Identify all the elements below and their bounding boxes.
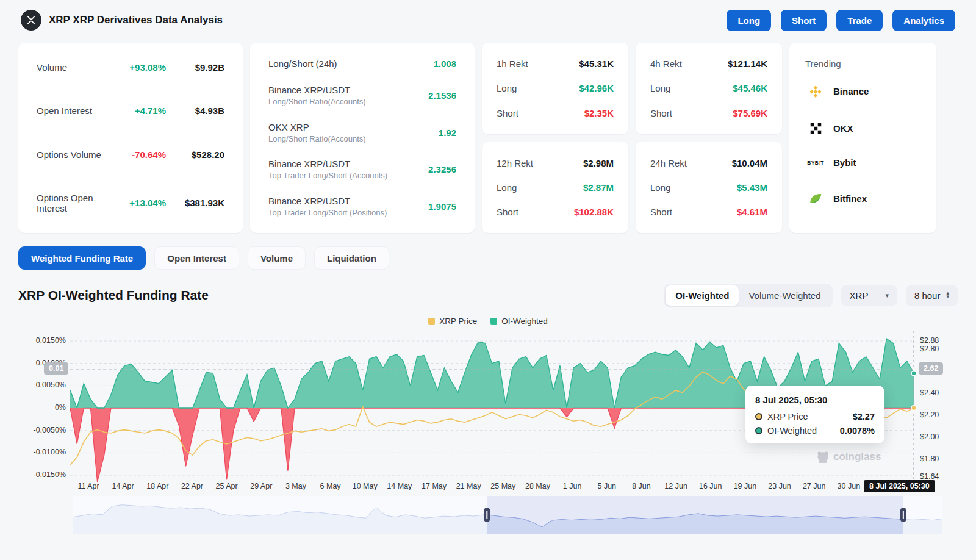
volume-stats-card: Volume+93.08%$9.92BOpen Interest+4.71%$4… <box>18 43 243 233</box>
tooltip-series-dot <box>755 413 762 420</box>
funding-marker-badge: 0.01 <box>44 362 68 375</box>
rekt-short-value: $102.88K <box>574 207 614 217</box>
stat-change: +93.08% <box>112 62 166 73</box>
x-axis-label: 25 Apr <box>216 482 238 490</box>
price-current-dot <box>911 406 916 411</box>
rekt-total-value: $2.98M <box>583 158 614 168</box>
page: XRP XRP Derivatives Data Analysis LongSh… <box>0 0 976 560</box>
x-axis-label: 1 Jun <box>563 482 582 490</box>
stat-value: $381.93K <box>166 198 224 208</box>
y-axis-left-label: -0.0050% <box>23 426 66 434</box>
x-axis-label: 29 Apr <box>250 482 272 490</box>
ratio-labels: Binance XRP/USDTTop Trader Long/Short (P… <box>268 196 428 217</box>
y-axis-right-label: $2.40 <box>920 389 939 397</box>
ratio-value: 1.008 <box>433 59 456 69</box>
rekt-long-label: Long <box>497 182 517 193</box>
x-axis-label: 14 May <box>387 482 412 490</box>
summary-cards: Volume+93.08%$9.92BOpen Interest+4.71%$4… <box>18 43 958 233</box>
x-axis-label: 10 May <box>353 482 378 490</box>
rekt-total-value: $45.31K <box>579 59 614 69</box>
tab-liquidation[interactable]: Liquidation <box>314 246 389 270</box>
chart-header: XRP OI-Weighted Funding Rate OI-Weighted… <box>18 282 958 309</box>
x-axis-label: 12 Jun <box>664 482 687 490</box>
ratio-row: Binance XRP/USDTTop Trader Long/Short (A… <box>268 159 456 180</box>
bybit-icon: BYB!T <box>805 160 826 166</box>
coin-select[interactable]: XRP ▾ <box>841 285 897 306</box>
rekt-total-row: 12h Rekt$2.98M <box>497 158 614 168</box>
tooltip-series-value: 0.0078% <box>840 426 875 436</box>
legend-label: OI-Weighted <box>501 317 548 326</box>
ratio-labels: Binance XRP/USDTTop Trader Long/Short (A… <box>268 159 428 180</box>
tab-open-interest[interactable]: Open Interest <box>154 246 239 270</box>
rekt-total-value: $121.14K <box>728 59 767 69</box>
tooltip-series-value: $2.27 <box>853 412 875 422</box>
ratio-value: 2.3256 <box>428 164 456 174</box>
rekt-short-row: Short$4.61M <box>650 207 767 217</box>
stat-row: Options Open Interest+13.04%$381.93K <box>37 193 224 214</box>
x-axis-label: 23 Jun <box>768 482 791 490</box>
trending-item-bitfinex[interactable]: Bitfinex <box>805 191 920 206</box>
legend-item-xrp-price[interactable]: XRP Price <box>428 317 477 326</box>
y-axis-right-label: $1.80 <box>920 454 939 463</box>
rekt-title: 24h Rekt <box>650 158 687 168</box>
rekt-short-label: Short <box>650 108 672 118</box>
rekt-total-row: 24h Rekt$10.04M <box>650 158 767 168</box>
interval-select[interactable]: 8 hour ▴▾ <box>906 285 958 306</box>
rekt-long-row: Long$5.43M <box>650 182 767 193</box>
tooltip-series-dot <box>755 427 762 434</box>
rekt-long-label: Long <box>650 182 670 193</box>
trending-items: BinanceOKXBYB!TBybitBitfinex <box>805 73 920 217</box>
weighting-toggle: OI-WeightedVolume-Weighted <box>664 284 832 307</box>
x-axis-label: 5 Jun <box>597 482 616 490</box>
rekt-long-row: Long$42.96K <box>497 83 614 93</box>
rekt-long-label: Long <box>497 83 517 93</box>
toggle-oi-weighted[interactable]: OI-Weighted <box>666 285 739 306</box>
rekt-short-value: $4.61M <box>737 207 767 217</box>
legend-item-oi-weighted[interactable]: OI-Weighted <box>490 317 548 326</box>
updown-spinner-icon: ▴▾ <box>946 292 949 298</box>
binance-icon <box>805 84 826 99</box>
stat-change: -70.64% <box>112 149 166 160</box>
toggle-volume-weighted[interactable]: Volume-Weighted <box>739 285 830 306</box>
chevron-down-icon: ▾ <box>885 292 889 300</box>
trending-item-binance[interactable]: Binance <box>805 84 920 99</box>
ratio-labels: OKX XRPLong/Short Ratio(Accounts) <box>268 122 439 143</box>
trending-item-label: Binance <box>833 86 869 96</box>
y-axis-right-label: $2.20 <box>920 411 939 419</box>
ratio-row: Binance XRP/USDTTop Trader Long/Short (P… <box>268 196 456 217</box>
long-button[interactable]: Long <box>727 10 771 31</box>
x-axis-label: 17 May <box>422 482 447 490</box>
stat-label: Options Volume <box>37 149 112 160</box>
watermark-text: coinglass <box>833 451 881 463</box>
rekt-total-value: $10.04M <box>732 158 767 168</box>
chart-title: XRP OI-Weighted Funding Rate <box>18 288 209 303</box>
analytics-button[interactable]: Analytics <box>892 10 955 31</box>
tab-volume[interactable]: Volume <box>248 246 306 270</box>
stat-change: +13.04% <box>112 198 166 208</box>
short-button[interactable]: Short <box>781 10 827 31</box>
rekt-long-value: $2.87M <box>583 182 614 193</box>
x-axis-label: 14 Apr <box>112 482 134 490</box>
bitfinex-icon <box>805 191 826 206</box>
trade-button[interactable]: Trade <box>836 10 883 31</box>
trending-item-label: Bitfinex <box>833 193 867 204</box>
x-axis-label: 3 May <box>285 482 306 490</box>
trending-item-okx[interactable]: OKX <box>805 122 920 135</box>
page-title: XRP XRP Derivatives Data Analysis <box>49 14 223 26</box>
y-axis-left-label: -0.0150% <box>23 470 66 479</box>
rekt-card: 12h Rekt$2.98MLong$2.87MShort$102.88K <box>482 142 628 234</box>
tab-weighted-funding-rate[interactable]: Weighted Funding Rate <box>18 246 146 270</box>
ratio-label: Binance XRP/USDT <box>268 85 428 95</box>
rekt-short-label: Short <box>650 207 672 217</box>
ratio-row: OKX XRPLong/Short Ratio(Accounts)1.92 <box>268 122 456 143</box>
chart-tabs: Weighted Funding RateOpen InterestVolume… <box>18 246 958 270</box>
ratio-sublabel: Long/Short Ratio(Accounts) <box>268 97 428 106</box>
ratio-sublabel: Top Trader Long/Short (Accounts) <box>268 171 428 180</box>
navigator-selection[interactable] <box>487 496 903 534</box>
y-axis-left-label: 0.0050% <box>23 381 66 389</box>
x-axis-label: 18 Apr <box>146 482 168 490</box>
ratio-sublabel: Top Trader Long/Short (Positions) <box>268 208 428 217</box>
trending-item-bybit[interactable]: BYB!TBybit <box>805 157 920 168</box>
ratio-label: OKX XRP <box>268 122 439 132</box>
long-short-ratio-card: Long/Short (24h)1.008Binance XRP/USDTLon… <box>250 43 475 233</box>
